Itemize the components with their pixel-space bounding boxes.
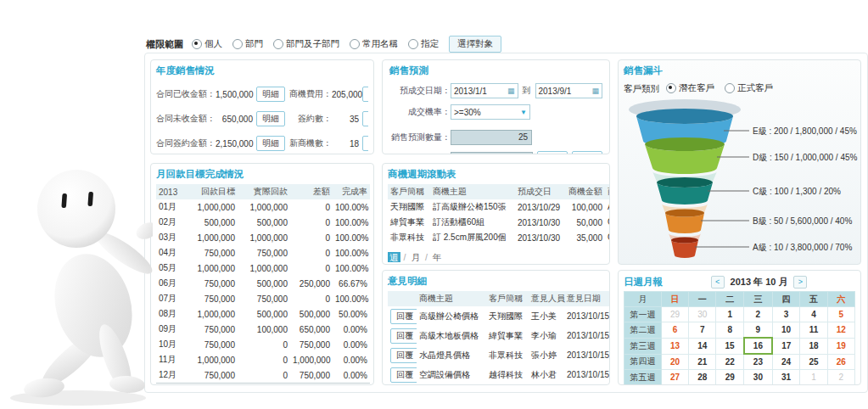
table-cell: 1,000,000 [185, 352, 238, 367]
calendar-day-cell[interactable]: 26 [827, 354, 854, 370]
table-row: 回覆高級辦公椅價格天翔國際王小美2013/10/15請問高 [388, 306, 610, 326]
calendar-icon[interactable]: ▦ [507, 87, 515, 95]
permission-radio-option-2[interactable]: 部門及子部門 [273, 38, 339, 50]
calendar-day-cell[interactable]: 30 [689, 307, 716, 322]
table-cell: 1,000,000 [290, 352, 333, 367]
calendar-day-cell[interactable]: 16 [744, 338, 772, 354]
calendar-day-cell[interactable]: 15 [716, 338, 744, 354]
table-cell: 50.00% [333, 306, 370, 322]
select-target-button[interactable]: 選擇對象 [449, 36, 501, 53]
calendar-day-cell[interactable]: 9 [744, 322, 772, 339]
customer-type-radio-option-0[interactable]: 潛在客戶 [666, 82, 714, 94]
next-month-button[interactable]: > [793, 276, 807, 289]
calendar-day-cell[interactable]: 28 [689, 370, 716, 385]
calendar-day-cell[interactable]: 18 [800, 338, 827, 354]
permission-radio-option-4[interactable]: 指定 [408, 38, 439, 50]
calendar-day-cell[interactable]: 31 [772, 370, 800, 385]
week-label[interactable]: 第五週 [624, 370, 662, 385]
table-cell: 500,000 [185, 215, 238, 230]
detail-button[interactable]: 明細 [256, 136, 285, 151]
calendar-day-cell[interactable]: 17 [772, 338, 800, 354]
calendar-day-cell[interactable]: 11 [800, 322, 827, 339]
calendar-icon[interactable]: ▦ [591, 87, 599, 95]
annual-sales-panel: 年度銷售情況 合同已收金額： 1,500,000 明細 商機費用： 205,00… [150, 59, 374, 154]
week-label[interactable]: 第四週 [624, 354, 662, 370]
table-cell: 250,000 [290, 276, 333, 291]
opinion-detail-panel: 意見明細 商機主題客戶簡稱意見人員意見日期意見內回覆高級辦公椅價格天翔國際王小美… [382, 270, 610, 385]
period-link-2[interactable]: 年 [431, 252, 444, 262]
calendar-column-header: 三 [744, 292, 772, 307]
week-label[interactable]: 第三週 [624, 338, 662, 354]
detail-button[interactable]: 明細 [362, 111, 368, 126]
chevron-down-icon[interactable]: ▼ [520, 109, 527, 116]
probability-select[interactable]: >=30% ▼ [451, 104, 530, 120]
detail-button[interactable]: 明細 [362, 87, 368, 102]
reply-button[interactable]: 回覆 [390, 348, 417, 363]
calendar-day-cell[interactable]: 22 [716, 354, 744, 370]
metric-value: 205,000 [332, 90, 359, 99]
calendar-day-cell[interactable]: 20 [661, 354, 688, 370]
opportunity-cycle-table: 客戶簡稱商機主題預成交日商機金額商機等級天翔國際訂高級辦公椅150張2013/1… [388, 184, 610, 245]
table-row: 非眾科技訂 2.5cm屏風200個2013/10/3035,000C級 [388, 230, 610, 245]
week-label[interactable]: 第二週 [624, 322, 662, 339]
calendar-day-cell[interactable]: 12 [827, 322, 854, 339]
calendar-day-cell[interactable]: 14 [689, 338, 716, 354]
funnel-tier-c [652, 171, 717, 204]
table-cell: 非眾科技 [486, 345, 529, 365]
detail-button[interactable]: 明細 [256, 87, 285, 102]
reply-button[interactable]: 回覆 [390, 328, 417, 344]
table-cell: 緯貿事業 [486, 326, 529, 345]
date-to-value: 2013/9/1 [539, 87, 572, 96]
table-cell: 07月 [156, 291, 185, 306]
calendar-day-cell[interactable]: 23 [744, 354, 772, 370]
reply-button[interactable]: 回覆 [390, 367, 417, 383]
calendar-day-cell[interactable]: 1 [800, 370, 827, 385]
permission-radio-option-1[interactable]: 部門 [232, 38, 263, 50]
calendar-day-cell[interactable]: 29 [661, 307, 688, 322]
to-label: 到 [523, 85, 531, 97]
prev-month-button[interactable]: < [711, 276, 725, 289]
week-label[interactable]: 第一週 [624, 307, 662, 322]
date-to-input[interactable]: 2013/9/1 ▦ [535, 83, 603, 98]
period-link-1[interactable]: 月 [409, 252, 422, 262]
table-cell: 0 [290, 230, 333, 245]
detail-button[interactable]: 明細 [362, 136, 368, 151]
calendar-day-cell[interactable]: 6 [661, 322, 688, 339]
detail-button[interactable]: 明細 [256, 111, 285, 126]
calendar-day-cell[interactable]: 24 [772, 354, 800, 370]
calendar-day-cell[interactable]: 30 [744, 370, 772, 385]
predict-button[interactable]: 預測 [537, 151, 568, 154]
calendar-day-cell[interactable]: 29 [716, 370, 744, 385]
permission-radio-option-0[interactable]: 個人 [192, 38, 222, 50]
calendar-day-cell[interactable]: 19 [827, 338, 854, 354]
period-link-0[interactable]: 週 [388, 252, 400, 262]
metric-label: 合同已收金額： [156, 88, 216, 100]
table-cell: 1,000,000 [238, 230, 290, 245]
calendar-day-cell[interactable]: 1 [716, 307, 744, 322]
calendar-day-cell[interactable]: 5 [827, 307, 854, 322]
table-row: 回覆空調設備價格越得科技林小君2013/10/15請問空 [388, 365, 610, 384]
reply-button[interactable]: 回覆 [390, 309, 417, 324]
calendar-day-cell[interactable]: 4 [800, 307, 827, 322]
calendar-day-cell[interactable]: 7 [689, 322, 716, 339]
customer-type-radio-option-1[interactable]: 正式客戶 [725, 82, 773, 94]
permission-radio-option-3[interactable]: 常用名稱 [350, 38, 398, 50]
calendar-day-cell[interactable]: 13 [661, 338, 688, 354]
metric-label: 新商機數： [289, 137, 332, 149]
calendar-day-cell[interactable]: 10 [772, 322, 800, 339]
table-row: 07月750,000750,0000100.00% [156, 291, 370, 306]
date-from-input[interactable]: 2013/1/1 ▦ [451, 83, 518, 98]
calendar-day-cell[interactable]: 2 [744, 307, 772, 322]
calendar-day-cell[interactable]: 21 [689, 354, 716, 370]
radio-icon [350, 39, 360, 49]
calendar-day-cell[interactable]: 27 [661, 370, 688, 385]
table-cell: 10月 [156, 337, 185, 352]
calendar-day-cell[interactable]: 2 [827, 370, 854, 385]
calendar-day-cell[interactable]: 25 [800, 354, 827, 370]
calendar-day-cell[interactable]: 3 [772, 307, 800, 322]
radio-icon [192, 39, 202, 49]
table-cell: 100,000 [238, 322, 290, 337]
permission-radio-group: 個人部門部門及子部門常用名稱指定 [192, 38, 449, 51]
detail-button[interactable]: 明細 [572, 151, 602, 154]
calendar-day-cell[interactable]: 8 [716, 322, 744, 339]
